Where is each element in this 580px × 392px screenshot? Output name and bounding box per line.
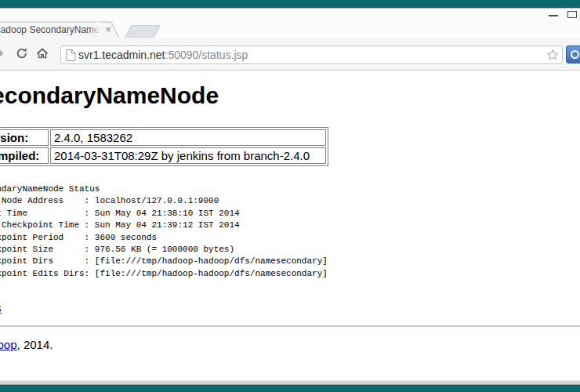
version-value: 2.4.0, 1583262 xyxy=(50,129,326,146)
horizontal-divider xyxy=(0,325,580,327)
bookmark-button[interactable] xyxy=(546,49,559,61)
window-bottom-frame xyxy=(0,380,580,385)
tab-title: hadoop SecondaryNameNode xyxy=(0,21,100,38)
logs-link[interactable]: Logs xyxy=(0,301,2,314)
minimize-icon xyxy=(549,15,558,16)
table-row: Compiled: 2014-03-31T08:29Z by jenkins f… xyxy=(0,147,326,164)
forward-arrow-icon xyxy=(0,46,5,60)
forward-button[interactable] xyxy=(0,46,5,60)
extension-icon xyxy=(571,50,579,59)
compiled-value: 2014-03-31T08:29Z by jenkins from branch… xyxy=(50,147,326,164)
url-text: svr1.tecadmin.net:50090/status.jsp xyxy=(78,46,248,64)
page-viewport: SecondaryNameNode Version: 2.4.0, 158326… xyxy=(0,71,580,380)
browser-tab[interactable]: hadoop SecondaryNameNode × xyxy=(0,21,120,38)
status-page: SecondaryNameNode Version: 2.4.0, 158326… xyxy=(0,71,580,351)
tab-close-button[interactable]: × xyxy=(103,24,114,35)
version-table: Version: 2.4.0, 1583262 Compiled: 2014-0… xyxy=(0,127,328,166)
page-document-icon xyxy=(66,49,76,61)
url-path: :50090/status.jsp xyxy=(165,49,248,61)
version-label: Version: xyxy=(0,129,49,146)
browser-window: hadoop SecondaryNameNode × xyxy=(0,8,580,384)
address-bar[interactable]: svr1.tecadmin.net:50090/status.jsp xyxy=(60,45,563,64)
extension-button[interactable] xyxy=(566,45,580,64)
hadoop-link[interactable]: Hadoop xyxy=(0,338,17,351)
browser-toolbar: svr1.tecadmin.net:50090/status.jsp xyxy=(0,38,580,71)
page-title: SecondaryNameNode xyxy=(0,82,580,110)
compiled-label: Compiled: xyxy=(0,147,49,164)
maximize-icon xyxy=(567,11,577,18)
page-footer: Hadoop, 2014. xyxy=(0,338,580,351)
tab-title-fade xyxy=(89,22,100,38)
bookmark-star-icon xyxy=(546,49,559,61)
table-row: Version: 2.4.0, 1583262 xyxy=(0,129,326,146)
new-tab-button[interactable] xyxy=(125,25,161,38)
status-text-block: SecondaryNameNode Status Name Node Addre… xyxy=(0,183,580,280)
home-icon xyxy=(35,46,49,60)
footer-text: , 2014. xyxy=(17,338,53,351)
maximize-button[interactable] xyxy=(564,9,580,23)
reload-icon xyxy=(15,46,29,60)
url-host: svr1.tecadmin.net xyxy=(78,49,165,61)
reload-button[interactable] xyxy=(15,46,29,60)
desktop: { "browser": { "tab_title": "hadoop Seco… xyxy=(0,0,580,392)
minimize-button[interactable] xyxy=(546,11,561,24)
home-button[interactable] xyxy=(35,46,49,60)
